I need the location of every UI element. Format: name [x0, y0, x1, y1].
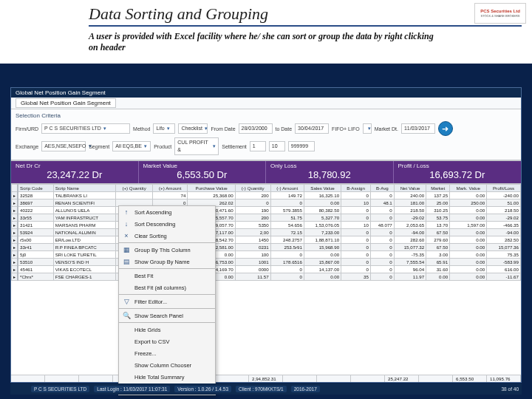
column-header[interactable]: Market — [426, 185, 450, 192]
app-window: Global Net Position Gain Segment Global … — [10, 87, 522, 383]
cell: 25.00 — [426, 200, 450, 207]
cell: 74 — [153, 192, 188, 200]
menu-separator — [119, 308, 215, 309]
column-header[interactable]: (-) Amount — [270, 185, 304, 192]
status-login: Last Login : 11/03/2017 11:07:31 — [94, 386, 170, 392]
column-header[interactable]: Net Value — [394, 185, 426, 192]
row-selector: ▸ — [12, 259, 18, 266]
app-titlebar: Global Net Position Gain Segment — [11, 88, 521, 98]
cell: 1001 — [235, 259, 270, 266]
table-row[interactable]: ▸45461VIKAS ECOTECL20014,169.700000014,1… — [12, 266, 521, 273]
table-row[interactable]: ▸31421MARSANS PHARM3831,79,057.70535054.… — [12, 222, 521, 229]
menu-item[interactable]: Export to CSV — [119, 335, 215, 347]
menu-item[interactable]: Freeze... — [119, 347, 215, 359]
row-selector: ▸ — [12, 273, 18, 281]
menu-item[interactable]: ▦Group By This Column — [119, 244, 215, 256]
marketdt-label: Market Dt. — [375, 126, 398, 132]
table-row[interactable]: ▸53510VENSO'S IND H42016,753.001001178.6… — [12, 259, 521, 266]
column-header[interactable]: (+) Quantity — [116, 185, 153, 192]
table-row[interactable]: ▸*Chrs*FSE CHARGES-1350.0011.5700.003501… — [12, 273, 521, 281]
header-context-menu[interactable]: ↑Sort Ascending↓Sort Descending×Clear So… — [118, 205, 216, 395]
column-header[interactable]: Sales Value — [304, 185, 341, 192]
data-grid[interactable]: Scrip CodeScrip Name(+) Quantity(+) Amou… — [11, 184, 521, 375]
sett-to[interactable]: 10 — [269, 141, 285, 151]
cell: 190 — [235, 207, 270, 214]
exchange-select[interactable]: AES,NSE,NSEFO — [41, 141, 86, 151]
column-header[interactable]: (+) Amount — [153, 185, 188, 192]
table-row[interactable]: ▸53924NATIONAL ALUMIN977,117.002,0072.15… — [12, 229, 521, 236]
menu-item[interactable]: ↑Sort Ascending — [119, 206, 215, 218]
marketdt-input[interactable]: 11/03/2017 — [401, 123, 435, 134]
menu-item[interactable]: Hide Grids — [119, 324, 215, 335]
menu-item[interactable]: Hide Total Summary — [119, 371, 215, 383]
slide-title: Data Sorting and Grouping — [89, 4, 522, 24]
menu-item-label: Hide Grids — [134, 327, 160, 333]
column-header[interactable]: Scrip Name — [53, 185, 115, 192]
column-header[interactable]: Scrip Code — [18, 185, 53, 192]
cell: 0 — [370, 229, 394, 236]
method-select[interactable]: Lifo — [153, 123, 175, 134]
cell: 0.00 — [304, 273, 341, 281]
firm-select[interactable]: P C S SECURITIES LTD — [41, 123, 130, 134]
netdrcr-value: 23,247.22 Dr — [16, 169, 134, 180]
menu-item[interactable]: 🔍Show Search Panel — [119, 310, 215, 321]
table-row[interactable]: ▸33r55YAM INFRASTRUCT735,557.7020051.755… — [12, 214, 521, 222]
column-header[interactable]: Purchase Value — [188, 185, 235, 192]
column-header[interactable]: B-Avg — [370, 185, 394, 192]
menu-item[interactable]: ×Clear Sorting — [119, 230, 215, 242]
cell — [116, 192, 153, 200]
cell: 0 — [370, 192, 394, 200]
menu-item-icon — [122, 271, 131, 280]
table-row[interactable]: ▸33r41R.P FINEA BPCATC9319 32,581.000231… — [12, 244, 521, 251]
table-body: ▸32528TALBRANKS LI7425,368.00200149.7216… — [12, 192, 521, 281]
menu-item-icon — [122, 283, 131, 292]
header-row[interactable]: Scrip CodeScrip Name(+) Quantity(+) Amou… — [12, 185, 521, 192]
table-row[interactable]: ▸5j0SRI LOKE TURETIL00.0010000.0000-75.3… — [12, 251, 521, 259]
cell: r5s00 — [18, 236, 53, 244]
table-row[interactable]: ▸38697RENAN SCIENTIFI0262.02000.001048.1… — [12, 200, 521, 207]
column-header[interactable]: Mark. Value — [450, 185, 487, 192]
footer-cell: 2,94,852.31 — [249, 375, 283, 382]
cell: 0.00 — [450, 236, 487, 244]
run-button[interactable]: ➜ — [438, 121, 453, 136]
table-row[interactable]: ▸r5s00ER/Low.LTD931,38,542.701450248.275… — [12, 236, 521, 244]
footer-cell — [317, 375, 351, 382]
menu-item[interactable]: Best Fit (all columns) — [119, 282, 215, 293]
from-date[interactable]: 28/03/2000 — [239, 123, 273, 134]
checklist-select[interactable]: Checklist — [178, 123, 208, 134]
menu-item[interactable]: ↓Sort Descending — [119, 218, 215, 230]
cell: -583.99 — [487, 259, 521, 266]
menu-item[interactable]: Best Fit — [119, 270, 215, 282]
table-row[interactable]: ▸40222ALLUNOS UELA8330,471.60190579.3855… — [12, 207, 521, 214]
cell: 65.91 — [426, 259, 450, 266]
menu-item-icon: ↑ — [122, 208, 131, 216]
cell: 0 — [341, 229, 371, 236]
menu-item[interactable]: ▤Show Group By Name — [119, 256, 215, 267]
segment-select[interactable]: All EQS,BE — [112, 141, 151, 151]
cell: 0 — [341, 236, 371, 244]
row-selector: ▸ — [12, 236, 18, 244]
cell: 310.25 — [426, 207, 450, 214]
footer-cell — [283, 375, 317, 382]
menu-item[interactable]: ▽Filter Editor... — [119, 296, 215, 307]
cell: 2,00 — [235, 229, 270, 236]
to-date[interactable]: 30/04/2017 — [295, 123, 329, 134]
row-selector-col[interactable] — [12, 185, 18, 192]
product-select[interactable]: CUL PROFIT & — [174, 137, 219, 155]
footer-cell — [351, 375, 385, 382]
menu-item[interactable]: Show Column Chooser — [119, 359, 215, 371]
tab-active[interactable]: Global Net Position Gain Segment — [16, 98, 116, 108]
criteria-heading: Selection Criteria — [16, 112, 516, 119]
fifo-select[interactable] — [363, 123, 372, 134]
menu-item-label: Show Search Panel — [134, 313, 183, 319]
sett-from[interactable]: 1 — [250, 141, 266, 151]
column-header[interactable]: (-) Quantity — [235, 185, 270, 192]
table-row[interactable]: ▸32528TALBRANKS LI7425,368.00200149.7216… — [12, 192, 521, 200]
cell: 15,077.36 — [487, 244, 521, 251]
column-header[interactable]: B-Assign — [341, 185, 371, 192]
summary-profitloss: Profit / Loss 16,693.72 Dr — [394, 161, 522, 183]
sett-last[interactable]: 999999 — [288, 141, 315, 151]
column-header[interactable]: Profit/Loss — [487, 185, 521, 192]
menu-item-icon — [122, 361, 131, 369]
cell: 0 — [341, 207, 371, 214]
